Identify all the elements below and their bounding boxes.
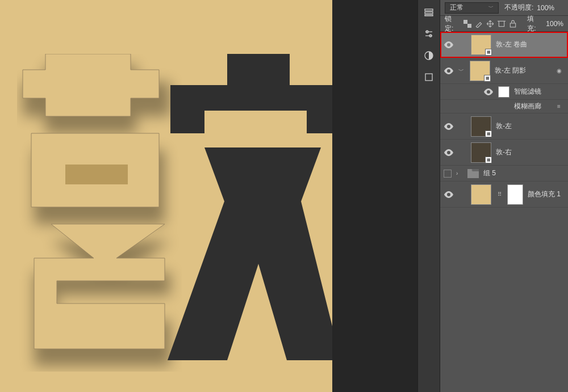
folder-icon xyxy=(467,169,479,178)
blend-mode-select[interactable]: 正常 ﹀ xyxy=(445,2,499,14)
lock-label: 锁定: xyxy=(445,14,460,33)
lock-move-icon[interactable] xyxy=(486,20,494,28)
visibility-toggle[interactable] xyxy=(444,121,454,132)
canvas-border xyxy=(332,0,417,392)
layer-row[interactable]: ⠿ 颜色填充 1 xyxy=(440,182,568,208)
opacity-value[interactable]: 100% xyxy=(537,4,554,12)
lock-icons-group xyxy=(463,20,517,28)
smart-filter-row[interactable]: 智能滤镜 xyxy=(440,84,568,100)
layer-thumbnail[interactable]: ▦ xyxy=(471,35,491,55)
layer-thumbnail[interactable]: ▦ xyxy=(471,116,491,137)
visibility-toggle[interactable] xyxy=(483,87,494,97)
smart-object-badge: ▦ xyxy=(484,75,491,82)
visibility-toggle[interactable] xyxy=(444,40,454,50)
mask-thumbnail[interactable] xyxy=(507,184,523,205)
layers-lock-bar: 锁定: 填充: 100% xyxy=(440,16,568,32)
layers-list: ▦ 敦-左 卷曲 ﹀ ▦ 敦-左 阴影 ◉ 智能滤镜 xyxy=(440,32,568,392)
layers-panel: 正常 ﹀ 不透明度: 100% 锁定: 填充: 100% ▦ 敦-左 卷曲 xyxy=(440,0,568,392)
svg-rect-11 xyxy=(467,24,471,28)
smart-object-badge: ▦ xyxy=(485,49,492,56)
smart-object-badge: ▦ xyxy=(485,130,492,137)
fill-thumbnail[interactable] xyxy=(471,184,491,205)
disclosure-icon[interactable]: ﹀ xyxy=(458,67,465,75)
lock-artboard-icon[interactable] xyxy=(498,20,506,28)
layer-name[interactable]: 组 5 xyxy=(483,168,565,178)
lock-all-icon[interactable] xyxy=(509,20,517,28)
filter-item-row[interactable]: 模糊画廊 ≡ xyxy=(440,100,568,113)
character-left xyxy=(17,54,182,372)
layer-name[interactable]: 模糊画廊 xyxy=(514,102,549,111)
svg-rect-1 xyxy=(425,9,433,11)
layer-row[interactable]: ▦ 敦-右 xyxy=(440,140,568,166)
layer-thumbnail[interactable]: ▦ xyxy=(471,142,491,163)
fill-label: 填充: xyxy=(527,14,542,33)
layer-name[interactable]: 敦-右 xyxy=(496,147,565,157)
adjustments-icon[interactable] xyxy=(421,26,437,42)
visibility-toggle[interactable] xyxy=(444,66,454,76)
lock-brush-icon[interactable] xyxy=(475,20,483,28)
visibility-toggle[interactable] xyxy=(444,147,454,158)
svg-rect-0 xyxy=(65,165,128,184)
svg-rect-9 xyxy=(425,74,432,81)
filter-mask-thumbnail[interactable] xyxy=(498,86,509,98)
layer-group-row[interactable]: › 组 5 xyxy=(440,166,568,182)
libraries-icon[interactable] xyxy=(421,69,437,85)
layer-row[interactable]: ▦ 敦-左 卷曲 xyxy=(440,32,568,58)
svg-rect-10 xyxy=(463,20,467,24)
character-right xyxy=(165,54,332,372)
properties-dock xyxy=(417,0,440,392)
layer-name[interactable]: 敦-左 阴影 xyxy=(495,66,549,75)
visibility-empty[interactable] xyxy=(444,170,452,178)
chevron-down-icon: ﹀ xyxy=(488,4,494,11)
fill-value[interactable]: 100% xyxy=(546,20,563,28)
filter-options-icon[interactable]: ≡ xyxy=(553,101,565,112)
contrast-icon[interactable] xyxy=(421,48,437,64)
blend-mode-value: 正常 xyxy=(450,3,463,12)
filter-indicator-icon[interactable]: ◉ xyxy=(553,65,565,77)
visibility-toggle[interactable] xyxy=(444,189,454,200)
layer-name[interactable]: 敦-左 卷曲 xyxy=(496,40,565,49)
link-icon[interactable]: ⠿ xyxy=(496,190,503,199)
layer-thumbnail[interactable]: ▦ xyxy=(470,61,490,81)
smart-object-badge: ▦ xyxy=(485,157,492,163)
lock-transparency-icon[interactable] xyxy=(463,20,471,28)
layer-name[interactable]: 颜色填充 1 xyxy=(528,189,565,199)
layer-name[interactable]: 敦-左 xyxy=(496,121,565,131)
layer-row[interactable]: ▦ 敦-左 xyxy=(440,113,568,140)
layer-name[interactable]: 智能滤镜 xyxy=(514,87,565,96)
disclosure-icon[interactable]: › xyxy=(456,170,463,176)
svg-rect-15 xyxy=(510,23,515,27)
svg-rect-2 xyxy=(425,12,433,14)
svg-rect-3 xyxy=(425,15,433,16)
svg-rect-12 xyxy=(499,21,504,26)
canvas[interactable] xyxy=(0,0,332,392)
opacity-label: 不透明度: xyxy=(504,3,533,12)
history-icon[interactable] xyxy=(421,5,437,20)
layer-row[interactable]: ﹀ ▦ 敦-左 阴影 ◉ xyxy=(440,58,568,84)
